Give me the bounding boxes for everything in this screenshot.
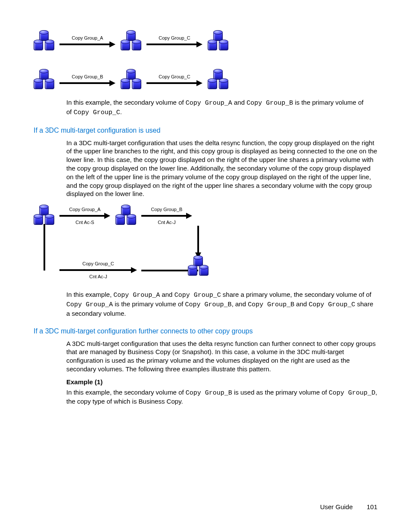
volume-cluster-icon [208,31,228,51]
volume-cluster-icon [115,206,136,226]
text: is the primary volume of [113,300,185,308]
text: is the primary volume of [293,99,363,106]
example-heading: Example (1) [66,378,377,386]
arrow-label: Copy Group_B [151,207,183,212]
arrow-box: Copy Group_A Cnt Ac-S [59,207,110,225]
arrow-sublabel: Cnt Ac-J [158,220,176,225]
text: is used as the primary volume of [232,389,329,396]
heading-3dc: If a 3DC multi-target configuration is u… [34,127,377,134]
code-ref: Copy Group_A [186,100,232,107]
text: In this example, the secondary volume of [66,389,186,396]
arrow-label: Copy Group_C [159,35,190,40]
arrow-right-icon [141,213,192,219]
volume-cluster-icon [34,206,54,226]
code-ref: Copy Group_B [186,389,232,397]
volume-cluster-icon [121,70,141,90]
text: . [120,108,122,115]
arrow-right-icon [59,267,137,273]
arrow-label: Copy Group_A [69,207,101,212]
page-footer: User Guide 101 [320,503,377,510]
arrow-right-icon [59,213,110,219]
page-number: 101 [367,503,377,510]
code-ref: Copy Group_B [246,100,293,107]
text: and [160,291,174,298]
arrow-box: Copy Group_C [146,74,202,86]
arrow-sublabel: Cnt Ac-J [89,274,107,279]
footer-label: User Guide [320,503,353,510]
diagram-cascade-two-rows: Copy Group_A Copy Group_C Copy Group_B [34,28,377,93]
code-ref: Copy Group_B [248,301,294,308]
arrow-label: Copy Group_C [159,74,190,79]
code-ref: Copy Group_D [329,389,375,397]
code-ref: Copy Group_C [174,292,221,299]
volume-cluster-icon [121,31,141,51]
arrow-right-icon [59,80,115,86]
volume-cluster-icon [34,70,54,90]
arrow-label: Copy Group_B [72,74,103,79]
arrow-box: Copy Group_B Cnt Ac-J [141,207,192,225]
text: and [294,300,308,308]
text: and [232,99,246,106]
text: In this example, [66,291,113,298]
paragraph: In this example, the secondary volume of… [66,388,377,406]
volume-cluster-icon [34,31,54,51]
code-ref: Copy Group_A [66,301,113,308]
volume-cluster-icon [208,70,228,90]
arrow-box: Copy Group_B [59,74,115,86]
volume-cluster-icon [188,257,209,277]
arrow-right-icon [146,41,202,47]
text: share a primary volume, the secondary vo… [221,291,366,298]
code-ref: Copy Group_C [309,301,355,308]
paragraph: In a 3DC multi-target configuration that… [66,139,377,199]
arrow-right-icon [59,41,115,47]
arrow-box: Copy Group_C [146,35,202,47]
paragraph: A 3DC multi-target configuration that us… [66,339,377,373]
text: , and [232,300,248,308]
arrow-sublabel: Cnt Ac-S [75,220,94,225]
code-ref: Copy Group_A [113,292,160,299]
code-ref: Copy Group_C [74,109,120,116]
code-ref: Copy Group_B [185,301,232,308]
arrow-label: Copy Group_C [82,261,114,266]
text: In this example, the secondary volume of [66,99,186,106]
heading-3dc-further: If a 3DC multi-target configuration furt… [34,327,377,335]
arrow-right-icon [146,80,202,86]
paragraph: In this example, the secondary volume of… [66,98,377,117]
diagram-3dc-multi-target: Copy Group_A Cnt Ac-S Copy Group_B Cnt A… [34,206,377,283]
arrow-label: Copy Group_A [72,35,103,40]
arrow-box: Copy Group_A [59,35,115,47]
paragraph: In this example, Copy Group_A and Copy G… [66,290,377,317]
arrow-box: Copy Group_C Cnt Ac-J [59,261,137,279]
